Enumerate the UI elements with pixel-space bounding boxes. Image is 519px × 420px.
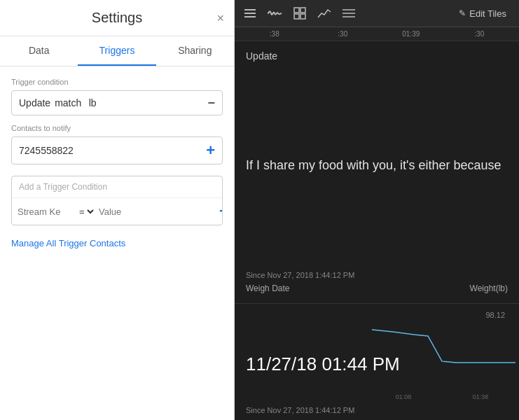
edit-tiles-label: Edit Tiles [469, 8, 506, 19]
tick-3: 01:39 [377, 30, 445, 38]
svg-rect-6 [300, 14, 305, 19]
tick-4: :30 [445, 30, 514, 38]
settings-panel: Settings × Data Triggers Sharing Trigger… [0, 0, 235, 420]
quote-tile: If I share my food with you, it's either… [235, 66, 519, 265]
svg-rect-4 [300, 8, 305, 13]
since-label: Since Nov 27, 2018 1:44:12 PM [246, 271, 508, 279]
col-weight: Weight(lb) [470, 284, 508, 293]
table-header: Weigh Date Weight(lb) [246, 284, 508, 293]
settings-header: Settings × [0, 0, 234, 36]
since-label-bottom: Since Nov 27, 2018 1:44:12 PM [235, 403, 519, 420]
close-button[interactable]: × [216, 12, 224, 24]
edit-tiles-button[interactable]: ✎ Edit Tiles [453, 6, 512, 22]
trigger-condition-label: Trigger condition [11, 78, 223, 86]
trigger-field: Update [19, 97, 50, 108]
operator-select[interactable]: = ≠ < > [76, 206, 96, 218]
tabs-row: Data Triggers Sharing [0, 36, 234, 66]
value-input[interactable] [99, 206, 216, 217]
svg-rect-5 [294, 14, 299, 19]
chart-svg [365, 319, 519, 389]
right-panel: ✎ Edit Tiles :38 :30 01:39 :30 Update If… [235, 0, 519, 420]
trigger-value: lb [89, 97, 97, 108]
pencil-icon: ✎ [459, 8, 466, 18]
grid-icon-button[interactable] [291, 4, 309, 22]
weight-tile: Since Nov 27, 2018 1:44:12 PM Weigh Date… [235, 265, 519, 302]
chart-high-value: 98.12 [485, 311, 505, 319]
stream-key-input[interactable] [18, 206, 74, 217]
add-trigger-label: Add a Trigger Condition [12, 176, 222, 198]
x-tick-1: 01:08 [396, 393, 412, 400]
add-contact-button[interactable]: + [206, 143, 215, 158]
right-content: Update If I share my food with you, it's… [235, 41, 519, 420]
tab-triggers[interactable]: Triggers [78, 36, 155, 66]
x-tick-2: 01:38 [473, 393, 489, 400]
trigger-operator: match [55, 97, 81, 108]
waveform-icon-button[interactable] [264, 4, 285, 22]
add-trigger-section: Add a Trigger Condition = ≠ < > + [11, 176, 223, 225]
add-trigger-inputs: = ≠ < > + [12, 198, 222, 225]
chart-tile: 98.12 11/27/18 01:44 PM 01:08 01:38 [235, 305, 519, 403]
update-label: Update [246, 50, 277, 62]
tab-sharing[interactable]: Sharing [156, 36, 234, 66]
quote-text: If I share my food with you, it's either… [246, 157, 501, 174]
linechart-icon-button[interactable] [314, 5, 334, 22]
update-tile: Update [235, 41, 519, 66]
chart-x-ticks: 01:08 01:38 [365, 393, 519, 400]
contacts-label: Contacts to notify [11, 124, 223, 132]
add-trigger-button[interactable]: + [219, 202, 223, 220]
settings-title: Settings [92, 10, 142, 26]
timeline-bar: :38 :30 01:39 :30 [235, 27, 519, 41]
trigger-condition-row: Update match lb − [11, 90, 223, 115]
contact-number: 7245558822 [19, 145, 206, 156]
contacts-row: 7245558822 + [11, 136, 223, 164]
tab-data[interactable]: Data [0, 36, 78, 66]
divider [235, 303, 519, 304]
tick-1: :38 [240, 30, 309, 38]
right-toolbar: ✎ Edit Tiles [235, 0, 519, 27]
list-icon-button[interactable] [340, 6, 358, 21]
menu-button[interactable] [242, 6, 258, 21]
remove-trigger-button[interactable]: − [207, 97, 215, 109]
tick-2: :30 [309, 30, 378, 38]
manage-contacts-link[interactable]: Manage All Trigger Contacts [11, 238, 125, 248]
col-date: Weigh Date [246, 284, 289, 293]
svg-rect-3 [294, 8, 299, 13]
settings-body: Trigger condition Update match lb − Cont… [0, 66, 234, 420]
